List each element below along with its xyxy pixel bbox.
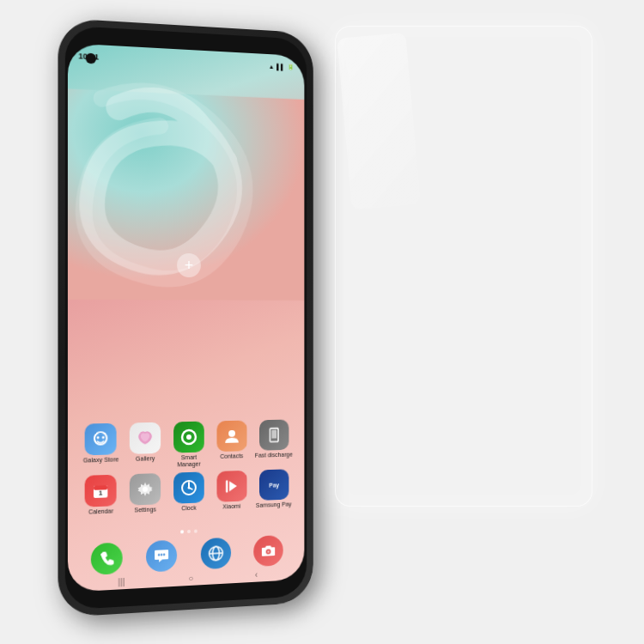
phone-screen: 10:01 ▲ ▌▌ 🔋 + — [68, 43, 304, 592]
dock-messages[interactable] — [146, 540, 177, 573]
wifi-icon: ▲ — [269, 63, 275, 69]
wallpaper — [68, 43, 304, 345]
calendar-label: Calendar — [88, 508, 113, 516]
svg-point-2 — [97, 436, 100, 439]
app-smart-manager[interactable]: Smart Manager — [169, 421, 209, 468]
app-contacts[interactable]: Contacts — [212, 420, 251, 466]
gallery-icon — [130, 422, 161, 454]
page-dot-2 — [187, 530, 191, 533]
galaxy-store-label: Galaxy Store — [83, 456, 119, 464]
xiaomi-icon — [216, 471, 246, 502]
app-calendar[interactable]: 1 Calendar — [81, 475, 121, 516]
app-settings[interactable]: Settings — [125, 473, 165, 514]
app-grid: Galaxy Store Gallery — [68, 419, 304, 522]
page-dot-1 — [180, 530, 184, 533]
dock-phone[interactable] — [91, 543, 123, 575]
smart-manager-label: Smart Manager — [169, 453, 209, 468]
app-samsung-pay[interactable]: Pay Samsung Pay — [255, 469, 293, 508]
camera-hole — [86, 53, 96, 64]
page-dot-3 — [194, 530, 197, 533]
svg-point-5 — [186, 434, 191, 440]
svg-point-6 — [228, 430, 235, 437]
svg-text:1: 1 — [99, 489, 103, 497]
clock-icon — [173, 472, 204, 504]
nav-back[interactable]: ‹ — [255, 569, 258, 579]
status-icons: ▲ ▌▌ 🔋 — [269, 63, 295, 70]
svg-text:Pay: Pay — [269, 483, 279, 489]
app-row-1: Galaxy Store Gallery — [78, 419, 295, 471]
app-clock[interactable]: Clock — [169, 472, 209, 513]
app-fast-discharge[interactable]: Fast discharge — [255, 419, 293, 465]
xiaomi-label: Xiaomi — [222, 503, 240, 510]
screen-protector — [335, 26, 592, 507]
plus-icon: + — [185, 257, 193, 275]
nav-recents[interactable]: ||| — [118, 576, 125, 586]
settings-icon — [130, 473, 161, 506]
contacts-label: Contacts — [220, 453, 243, 459]
app-galaxy-store[interactable]: Galaxy Store — [81, 423, 121, 471]
battery-icon: 🔋 — [288, 64, 295, 70]
svg-line-25 — [209, 553, 222, 554]
svg-marker-17 — [229, 481, 237, 491]
contacts-icon — [216, 421, 246, 453]
add-widget-icon[interactable]: + — [177, 253, 201, 277]
app-gallery[interactable]: Gallery — [125, 422, 165, 470]
svg-rect-8 — [271, 430, 276, 439]
samsung-pay-label: Samsung Pay — [256, 501, 292, 509]
reflection — [337, 33, 420, 210]
phone-inner: 10:01 ▲ ▌▌ 🔋 + — [65, 26, 307, 611]
nav-home[interactable]: ○ — [188, 573, 193, 582]
svg-point-3 — [102, 436, 105, 439]
phone-body: 10:01 ▲ ▌▌ 🔋 + — [58, 18, 313, 617]
fast-discharge-icon — [259, 419, 289, 450]
smart-manager-icon — [173, 422, 204, 453]
add-widget-area[interactable]: + — [177, 253, 201, 277]
scene: 10:01 ▲ ▌▌ 🔋 + — [0, 0, 644, 644]
calendar-icon: 1 — [85, 475, 117, 507]
settings-label: Settings — [134, 507, 155, 514]
dock-camera[interactable] — [253, 535, 283, 567]
clock-label: Clock — [181, 505, 196, 512]
galaxy-store-icon — [85, 423, 117, 456]
page-indicators — [180, 530, 197, 534]
gallery-label: Gallery — [136, 455, 155, 462]
signal-icon: ▌▌ — [276, 64, 284, 70]
fast-discharge-label: Fast discharge — [255, 452, 293, 459]
samsung-pay-icon: Pay — [259, 470, 289, 501]
dock-internet[interactable] — [201, 538, 231, 570]
app-xiaomi[interactable]: Xiaomi — [212, 471, 251, 511]
app-row-2: 1 Calendar — [78, 469, 295, 516]
